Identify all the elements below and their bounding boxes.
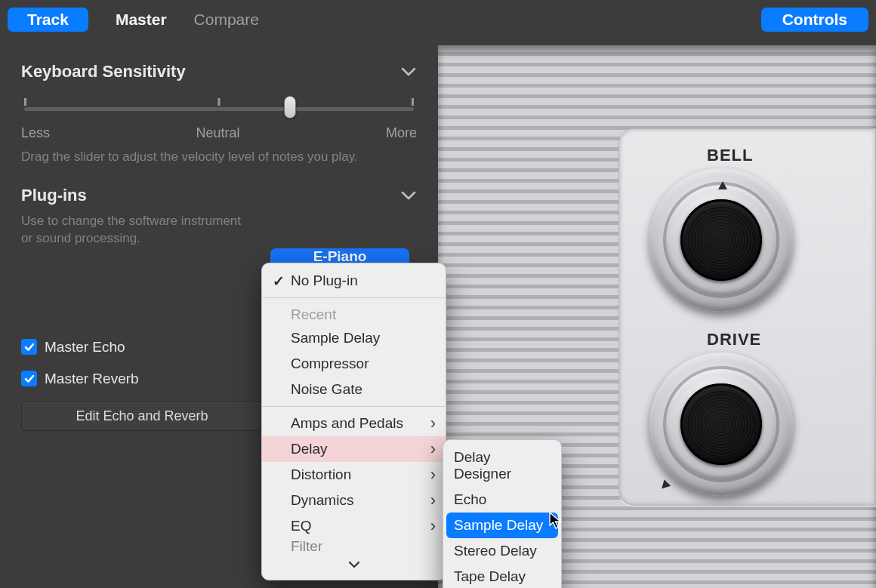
sensitivity-slider[interactable]: Less Neutral More Drag the slider to adj… bbox=[21, 98, 417, 166]
menu-scroll-down-icon[interactable] bbox=[262, 554, 446, 575]
sensitivity-help-text: Drag the slider to adjust the velocity l… bbox=[21, 149, 417, 166]
edit-echo-reverb-button[interactable]: Edit Echo and Reverb bbox=[21, 402, 263, 431]
menu-item-recent[interactable]: Noise Gate bbox=[262, 377, 446, 402]
knob-pointer-icon bbox=[659, 479, 671, 491]
knob-bell[interactable] bbox=[649, 168, 793, 312]
knob-bell-label: BELL bbox=[707, 146, 875, 165]
knob-drive[interactable] bbox=[649, 352, 793, 496]
master-echo-checkbox[interactable] bbox=[21, 339, 37, 355]
menu-item-recent[interactable]: Compressor bbox=[262, 351, 446, 377]
plugin-menu: No Plug-in Recent Sample Delay Compresso… bbox=[261, 263, 446, 580]
menu-item-amps-and-pedals[interactable]: Amps and Pedals bbox=[262, 411, 446, 436]
menu-item-delay[interactable]: Delay bbox=[262, 436, 446, 462]
section-title: Plug-ins bbox=[21, 186, 87, 205]
slider-labels: Less Neutral More bbox=[21, 125, 417, 141]
tab-compare[interactable]: Compare bbox=[194, 8, 259, 32]
submenu-item-stereo-delay[interactable]: Stereo Delay bbox=[443, 538, 561, 564]
slider-more-label: More bbox=[386, 125, 417, 141]
master-reverb-label: Master Reverb bbox=[45, 371, 139, 387]
submenu-item-echo[interactable]: Echo bbox=[443, 487, 561, 513]
tab-track[interactable]: Track bbox=[8, 8, 88, 32]
menu-separator bbox=[262, 406, 446, 407]
plugin-slot[interactable]: E-Piano bbox=[270, 248, 409, 263]
delay-submenu: Delay Designer Echo Sample Delay Stereo … bbox=[443, 439, 562, 588]
master-reverb-checkbox[interactable] bbox=[21, 371, 37, 386]
menu-item-no-plugin[interactable]: No Plug-in bbox=[262, 268, 446, 294]
knob-group-drive: DRIVE bbox=[649, 330, 875, 496]
submenu-item-delay-designer[interactable]: Delay Designer bbox=[443, 445, 561, 487]
menu-item-filter[interactable]: Filter bbox=[262, 539, 446, 554]
tab-group: Track Master Compare bbox=[8, 8, 259, 32]
submenu-item-sample-delay[interactable]: Sample Delay bbox=[446, 513, 558, 538]
knob-drive-label: DRIVE bbox=[707, 330, 875, 349]
knob-cap bbox=[680, 383, 762, 465]
menu-item-dynamics[interactable]: Dynamics bbox=[262, 488, 446, 513]
slider-thumb[interactable] bbox=[284, 96, 296, 119]
menu-item-eq[interactable]: EQ bbox=[262, 513, 446, 539]
master-echo-label: Master Echo bbox=[45, 339, 125, 356]
knob-group-bell: BELL bbox=[649, 146, 875, 312]
knob-cap bbox=[680, 199, 762, 281]
submenu-item-tape-delay[interactable]: Tape Delay bbox=[443, 564, 561, 588]
controls-button[interactable]: Controls bbox=[761, 8, 868, 32]
slider-neutral-label: Neutral bbox=[196, 125, 239, 141]
section-keyboard-sensitivity[interactable]: Keyboard Sensitivity bbox=[21, 62, 417, 82]
knob-pointer-icon bbox=[718, 181, 727, 189]
tab-master[interactable]: Master bbox=[116, 8, 167, 32]
plugins-help-text: Use to change the software instrument or… bbox=[21, 213, 248, 248]
menu-recent-label: Recent bbox=[262, 302, 446, 325]
chevron-down-icon bbox=[400, 63, 417, 80]
menu-item-recent[interactable]: Sample Delay bbox=[262, 325, 446, 351]
menu-separator bbox=[262, 297, 446, 298]
section-plugins[interactable]: Plug-ins bbox=[21, 186, 417, 205]
top-bar: Track Master Compare Controls bbox=[0, 0, 876, 50]
instrument-faceplate: BELL DRIVE bbox=[618, 128, 876, 506]
slider-less-label: Less bbox=[21, 125, 50, 141]
menu-item-distortion[interactable]: Distortion bbox=[262, 462, 446, 488]
section-title: Keyboard Sensitivity bbox=[21, 62, 186, 82]
chevron-down-icon bbox=[400, 187, 417, 204]
